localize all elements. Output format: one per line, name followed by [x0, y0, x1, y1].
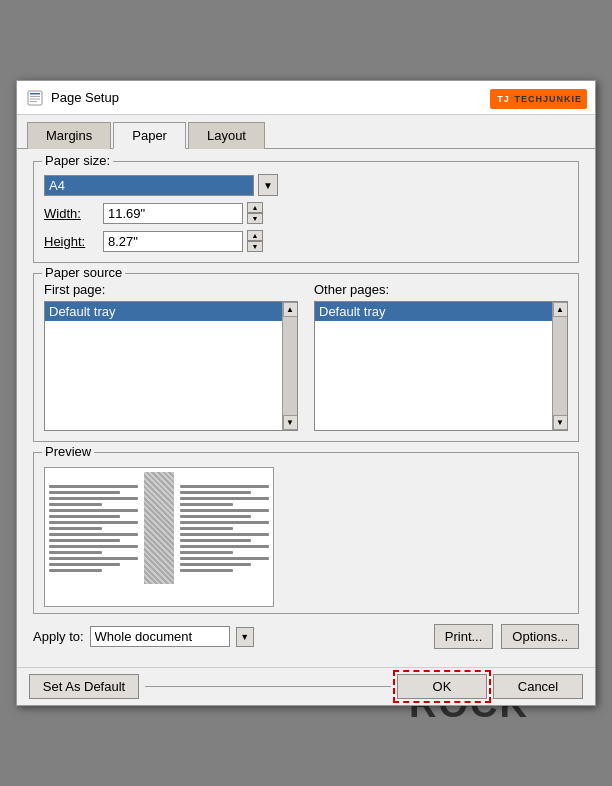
- preview-line: [180, 539, 251, 542]
- preview-col-right: [180, 472, 269, 584]
- height-up-btn[interactable]: ▲: [247, 230, 263, 241]
- paper-size-title: Paper size:: [42, 153, 113, 168]
- preview-group: Preview: [33, 452, 579, 614]
- preview-line: [49, 569, 102, 572]
- paper-size-group: Paper size: A4 Letter Legal A3 A5 ▼ Widt…: [33, 161, 579, 263]
- paper-source-title: Paper source: [42, 265, 125, 280]
- preview-line: [180, 557, 269, 560]
- preview-line: [180, 545, 269, 548]
- title-bar-left: Page Setup: [27, 90, 119, 106]
- preview-line: [180, 491, 251, 494]
- dialog-content: Paper size: A4 Letter Legal A3 A5 ▼ Widt…: [17, 149, 595, 667]
- other-pages-item[interactable]: Default tray: [315, 302, 567, 321]
- separator-line: [145, 686, 391, 687]
- preview-line: [49, 497, 138, 500]
- paper-source-group: Paper source First page: Default tray ▲ …: [33, 273, 579, 442]
- preview-col-mid: [144, 472, 174, 584]
- preview-box: [44, 467, 274, 607]
- preview-line: [180, 485, 269, 488]
- height-label: Height:: [44, 234, 99, 249]
- dialog-icon: [27, 90, 43, 106]
- preview-line: [49, 491, 120, 494]
- first-page-col: First page: Default tray ▲ ▼: [44, 282, 298, 431]
- apply-label: Apply to:: [33, 629, 84, 644]
- other-pages-scrollbar: ▲ ▼: [552, 302, 567, 430]
- logo-text: TECHJUNKIE: [514, 94, 582, 104]
- width-spinner: ▲ ▼: [247, 202, 263, 224]
- preview-line: [49, 509, 138, 512]
- apply-select[interactable]: Whole document This point forward: [90, 626, 230, 647]
- first-page-label: First page:: [44, 282, 298, 297]
- width-label: Width:: [44, 206, 99, 221]
- width-row: Width: ▲ ▼: [44, 202, 568, 224]
- preview-line: [49, 527, 102, 530]
- preview-section: Preview: [33, 452, 579, 614]
- paper-source-cols: First page: Default tray ▲ ▼ Other pages…: [44, 282, 568, 431]
- other-pages-scroll-up[interactable]: ▲: [553, 302, 568, 317]
- preview-line: [180, 515, 251, 518]
- tab-paper[interactable]: Paper: [113, 122, 186, 149]
- preview-line: [49, 485, 138, 488]
- dialog-title: Page Setup: [51, 90, 119, 105]
- preview-line: [49, 503, 102, 506]
- tech-badge: TJ TECHJUNKIE: [490, 89, 587, 109]
- preview-line: [49, 557, 138, 560]
- preview-line: [180, 569, 233, 572]
- apply-dropdown-btn[interactable]: ▼: [236, 627, 254, 647]
- preview-line: [180, 533, 269, 536]
- width-input[interactable]: [103, 203, 243, 224]
- paper-size-select[interactable]: A4 Letter Legal A3 A5: [44, 175, 254, 196]
- tab-margins[interactable]: Margins: [27, 122, 111, 149]
- preview-line: [180, 527, 233, 530]
- other-pages-scroll-track: [553, 317, 567, 415]
- cancel-button[interactable]: Cancel: [493, 674, 583, 699]
- preview-line: [180, 497, 269, 500]
- other-pages-scroll-down[interactable]: ▼: [553, 415, 568, 430]
- preview-line: [49, 533, 138, 536]
- first-page-scroll-down[interactable]: ▼: [283, 415, 298, 430]
- height-input[interactable]: [103, 231, 243, 252]
- bottom-row: Apply to: Whole document This point forw…: [33, 624, 579, 655]
- height-down-btn[interactable]: ▼: [247, 241, 263, 252]
- other-pages-list[interactable]: Default tray ▲ ▼: [314, 301, 568, 431]
- first-page-scroll-up[interactable]: ▲: [283, 302, 298, 317]
- preview-col-left: [49, 472, 138, 584]
- logo-icon: TJ: [495, 91, 511, 107]
- preview-line: [49, 515, 120, 518]
- paper-size-row: A4 Letter Legal A3 A5 ▼: [44, 174, 568, 196]
- svg-rect-2: [30, 96, 40, 97]
- first-page-scroll-track: [283, 317, 297, 415]
- first-page-item[interactable]: Default tray: [45, 302, 297, 321]
- preview-line: [49, 563, 120, 566]
- page-setup-dialog: TJ TECHJUNKIE Page Setup ? ✕ Margins: [16, 80, 596, 706]
- preview-line: [49, 545, 138, 548]
- preview-line: [180, 509, 269, 512]
- preview-line: [180, 551, 233, 554]
- preview-line: [49, 551, 102, 554]
- svg-rect-1: [30, 93, 40, 95]
- other-pages-col: Other pages: Default tray ▲ ▼: [314, 282, 568, 431]
- width-down-btn[interactable]: ▼: [247, 213, 263, 224]
- preview-title: Preview: [42, 444, 94, 459]
- action-row: Set As Default OK Cancel: [17, 667, 595, 705]
- apply-row: Apply to: Whole document This point forw…: [33, 626, 254, 647]
- first-page-list[interactable]: Default tray ▲ ▼: [44, 301, 298, 431]
- tabs: Margins Paper Layout: [17, 115, 595, 149]
- svg-rect-3: [30, 98, 40, 99]
- preview-line: [180, 521, 269, 524]
- preview-line: [180, 503, 233, 506]
- width-up-btn[interactable]: ▲: [247, 202, 263, 213]
- ok-button[interactable]: OK: [397, 674, 487, 699]
- tab-layout[interactable]: Layout: [188, 122, 265, 149]
- preview-cols: [45, 468, 273, 588]
- preview-line: [49, 521, 138, 524]
- height-row: Height: ▲ ▼: [44, 230, 568, 252]
- print-button[interactable]: Print...: [434, 624, 494, 649]
- paper-size-dropdown-btn[interactable]: ▼: [258, 174, 278, 196]
- set-default-button[interactable]: Set As Default: [29, 674, 139, 699]
- preview-line: [49, 539, 120, 542]
- other-pages-label: Other pages:: [314, 282, 568, 297]
- options-button[interactable]: Options...: [501, 624, 579, 649]
- print-options-row: Print... Options...: [434, 624, 579, 649]
- preview-line: [180, 563, 251, 566]
